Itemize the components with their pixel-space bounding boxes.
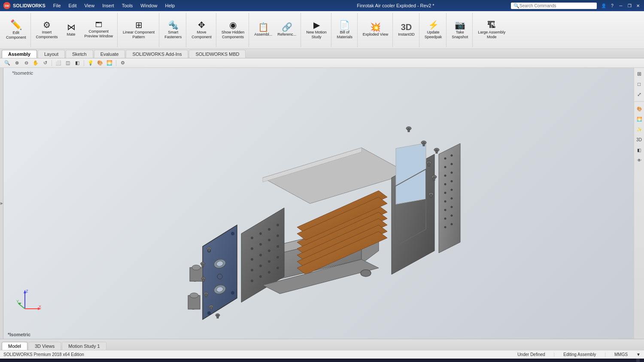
menu-bar: File Edit View Insert Tools Window Help: [50, 2, 280, 9]
app-9-btn[interactable]: 🔵: [349, 359, 368, 362]
title-bar: SW SOLIDWORKS File Edit View Insert Tool…: [0, 0, 644, 11]
instant3d-label: Instant3D: [398, 32, 415, 37]
large-assembly-mode-btn[interactable]: 🏗 Large AssemblyMode: [475, 15, 508, 45]
view-wireframe[interactable]: ◫: [64, 59, 72, 67]
file-explorer-btn[interactable]: 📁: [197, 359, 216, 362]
toolbar-group-edit: ✏️ EditComponent: [2, 13, 31, 47]
sticky-notes-btn[interactable]: 📝: [273, 359, 292, 362]
view-options[interactable]: ⚙: [119, 59, 127, 67]
acrobat-btn[interactable]: 📕: [235, 359, 254, 362]
btab-motion-study-1[interactable]: Motion Study 1: [62, 342, 106, 350]
tab-solidworks-mbd[interactable]: SOLIDWORKS MBD: [189, 50, 246, 58]
btab-3d-views[interactable]: 3D Views: [28, 342, 61, 350]
show-hidden-components-btn[interactable]: ◉ Show HiddenComponents: [219, 15, 247, 45]
show-desktop-btn[interactable]: [636, 359, 640, 362]
task-view-btn[interactable]: ⧉: [179, 359, 197, 362]
windows-start-btn[interactable]: [0, 359, 21, 362]
update-speedpak-btn[interactable]: ⚡ UpdateSpeedpak: [422, 15, 445, 45]
svg-point-43: [444, 174, 447, 176]
rp-display[interactable]: ◧: [635, 146, 644, 154]
pycharm-btn[interactable]: 🐍: [292, 359, 311, 362]
xmind-btn[interactable]: ✖: [311, 359, 330, 362]
rp-view-selector[interactable]: ⊞: [635, 70, 644, 78]
3d-viewport[interactable]: *Isometric: [3, 68, 634, 339]
svg-point-40: [451, 154, 453, 156]
edit-component-btn[interactable]: ✏️ EditComponent: [3, 15, 29, 45]
help-btn[interactable]: ?: [609, 2, 616, 9]
menu-file[interactable]: File: [50, 2, 64, 9]
expand-icon: ▶: [0, 201, 3, 205]
rp-realview[interactable]: ✨: [635, 125, 644, 134]
assembly-study-btn[interactable]: 📋 Assembl...: [252, 15, 275, 45]
view-scene[interactable]: 🌅: [106, 59, 113, 67]
instant3d-icon: 3D: [401, 23, 412, 31]
instant3d-btn[interactable]: 3D Instant3D: [395, 15, 417, 45]
app-name: SOLIDWORKS: [13, 3, 46, 8]
user-icon[interactable]: 👤: [600, 2, 607, 9]
exploded-view-btn[interactable]: 💥 Exploded View: [360, 15, 391, 45]
view-label: *Isometric: [12, 70, 33, 76]
view-shaded[interactable]: ◧: [73, 59, 81, 67]
menu-edit[interactable]: Edit: [65, 2, 80, 9]
menu-window[interactable]: Window: [137, 2, 161, 9]
take-snapshot-btn[interactable]: 📷 TakeSnapshot: [449, 15, 471, 45]
tab-evaluate[interactable]: Evaluate: [94, 50, 125, 58]
units-dropdown-icon[interactable]: ▼: [636, 352, 641, 357]
new-motion-study-btn[interactable]: ▶ New MotionStudy: [304, 15, 329, 45]
word-btn[interactable]: 📘: [330, 359, 349, 362]
view-zoom-out[interactable]: ⊖: [22, 59, 30, 67]
mate-btn[interactable]: ⋈ Mate: [61, 15, 82, 45]
svg-text:Y: Y: [16, 299, 19, 304]
toolbar-group-fasteners: 🔩 SmartFasteners: [160, 13, 186, 47]
search-commands-bar[interactable]: 🔍: [511, 3, 597, 9]
tab-layout[interactable]: Layout: [38, 50, 65, 58]
search-commands-input[interactable]: [519, 3, 588, 8]
rp-full-screen[interactable]: ⤢: [635, 90, 644, 99]
restore-btn[interactable]: ❐: [626, 2, 633, 9]
btab-model[interactable]: Model: [2, 342, 27, 350]
move-component-btn[interactable]: ✥ MoveComponent: [189, 15, 214, 45]
view-lights[interactable]: 💡: [87, 59, 94, 67]
menu-help[interactable]: Help: [161, 2, 178, 9]
svg-rect-92: [205, 294, 207, 297]
view-zoom-to-fit[interactable]: 🔍: [3, 59, 11, 67]
left-panel-collapsed[interactable]: ▶: [0, 68, 3, 339]
svg-point-8: [268, 228, 270, 231]
menu-insert[interactable]: Insert: [99, 2, 118, 9]
bill-of-materials-btn[interactable]: 📄 Bill ofMaterials: [334, 15, 355, 45]
view-appearance[interactable]: 🎨: [96, 59, 104, 67]
smart-fasteners-btn[interactable]: 🔩 SmartFasteners: [162, 15, 184, 45]
chrome-btn[interactable]: 🌐: [216, 359, 235, 362]
smart-fasteners-icon: 🔩: [168, 21, 179, 29]
rp-3d-mode[interactable]: 3D: [635, 135, 644, 144]
close-btn[interactable]: ✕: [635, 2, 641, 9]
status-sep1: |: [554, 352, 555, 357]
view-rotate[interactable]: ↺: [41, 59, 49, 67]
view-pan[interactable]: ✋: [32, 59, 39, 67]
svg-marker-38: [439, 143, 460, 253]
rp-appearance[interactable]: 🎨: [635, 104, 644, 113]
svg-rect-74: [408, 128, 410, 132]
references-btn[interactable]: 🔗 Referenc...: [275, 15, 299, 45]
insert-components-btn[interactable]: ⚙ InsertComponents: [33, 15, 61, 45]
svg-point-25: [276, 267, 279, 269]
view-zoom-in[interactable]: ⊕: [13, 59, 21, 67]
tab-sketch[interactable]: Sketch: [66, 50, 93, 58]
svg-rect-96: [217, 315, 219, 318]
rp-normal-view[interactable]: □: [635, 80, 644, 88]
rp-hide-show[interactable]: 👁: [635, 156, 644, 164]
component-preview-btn[interactable]: 🗔 ComponentPreview Window: [82, 15, 116, 45]
solidworks-app-btn[interactable]: 🔴: [254, 359, 273, 362]
linear-component-pattern-btn[interactable]: ⊞ Linear ComponentPattern: [120, 15, 157, 45]
view-section[interactable]: ⬜: [55, 59, 62, 67]
tab-assembly[interactable]: Assembly: [2, 50, 37, 58]
rp-scene[interactable]: 🌅: [635, 115, 644, 123]
menu-view[interactable]: View: [81, 2, 98, 9]
menu-tools[interactable]: Tools: [118, 2, 137, 9]
svg-rect-78: [436, 150, 437, 153]
minimize-btn[interactable]: ─: [617, 2, 624, 9]
tab-solidworks-addins[interactable]: SOLIDWORKS Add-Ins: [126, 50, 188, 58]
svg-point-19: [259, 265, 262, 267]
svg-point-13: [276, 234, 279, 237]
svg-rect-84: [430, 194, 432, 198]
